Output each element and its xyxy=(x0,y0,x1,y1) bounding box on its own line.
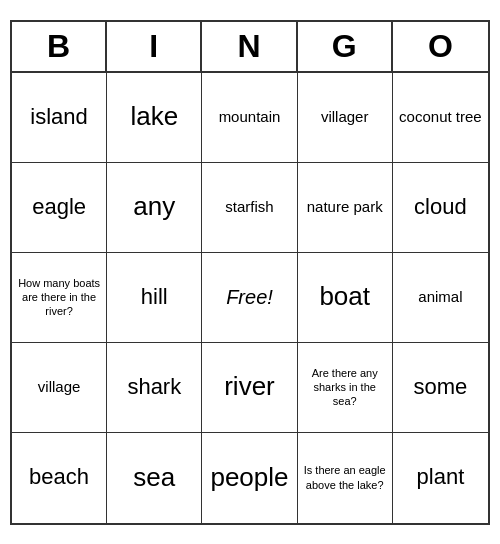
header-letter: N xyxy=(202,22,297,71)
bingo-cell: villager xyxy=(298,73,393,163)
bingo-cell: eagle xyxy=(12,163,107,253)
bingo-cell: boat xyxy=(298,253,393,343)
bingo-cell: village xyxy=(12,343,107,433)
header-letter: G xyxy=(298,22,393,71)
bingo-cell: cloud xyxy=(393,163,488,253)
bingo-cell: Are there any sharks in the sea? xyxy=(298,343,393,433)
bingo-cell: Is there an eagle above the lake? xyxy=(298,433,393,523)
bingo-grid: islandlakemountainvillagercoconut treeea… xyxy=(12,73,488,523)
bingo-card: BINGO islandlakemountainvillagercoconut … xyxy=(10,20,490,525)
bingo-cell: animal xyxy=(393,253,488,343)
header-letter: B xyxy=(12,22,107,71)
bingo-cell: lake xyxy=(107,73,202,163)
bingo-cell: nature park xyxy=(298,163,393,253)
bingo-cell: coconut tree xyxy=(393,73,488,163)
bingo-cell: beach xyxy=(12,433,107,523)
bingo-cell: hill xyxy=(107,253,202,343)
bingo-cell: shark xyxy=(107,343,202,433)
bingo-cell: people xyxy=(202,433,297,523)
bingo-cell: mountain xyxy=(202,73,297,163)
bingo-cell: river xyxy=(202,343,297,433)
bingo-header: BINGO xyxy=(12,22,488,73)
bingo-cell: How many boats are there in the river? xyxy=(12,253,107,343)
bingo-cell: any xyxy=(107,163,202,253)
bingo-cell: Free! xyxy=(202,253,297,343)
header-letter: I xyxy=(107,22,202,71)
bingo-cell: island xyxy=(12,73,107,163)
bingo-cell: sea xyxy=(107,433,202,523)
bingo-cell: plant xyxy=(393,433,488,523)
bingo-cell: some xyxy=(393,343,488,433)
bingo-cell: starfish xyxy=(202,163,297,253)
header-letter: O xyxy=(393,22,488,71)
